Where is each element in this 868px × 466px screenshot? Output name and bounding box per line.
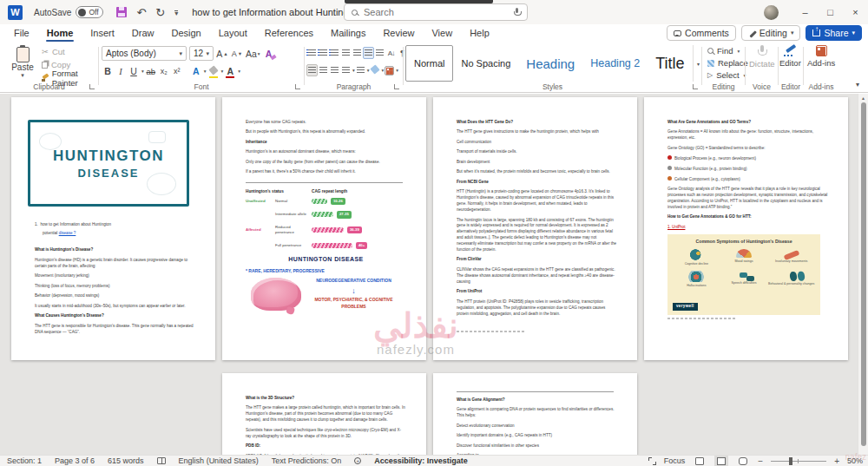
page-indicator[interactable]: Page 3 of 6 — [55, 456, 95, 465]
ribbon-tab[interactable]: Mailings — [322, 24, 374, 42]
font-dialog-launcher[interactable] — [295, 84, 300, 89]
style-item[interactable]: Heading 2 — [582, 45, 648, 82]
change-case-button[interactable]: Aa▾ — [246, 47, 260, 61]
autosave-control[interactable]: AutoSave Off — [34, 6, 103, 18]
paragraph-dialog-launcher[interactable] — [394, 84, 399, 89]
document-page-2[interactable]: Everyone has some CAG repeats.But in peo… — [222, 97, 426, 360]
replace-button[interactable]: Replace — [707, 57, 748, 69]
clipboard-dialog-launcher[interactable] — [89, 84, 95, 89]
editing-mode-button[interactable]: Editing ▾ — [741, 25, 801, 41]
numbering-button[interactable] — [318, 47, 329, 59]
focus-button[interactable]: Focus — [664, 456, 686, 465]
shrink-font-button[interactable]: A▼ — [231, 47, 243, 61]
paste-button[interactable]: Paste ▾ — [7, 45, 38, 87]
style-item[interactable]: Normal — [405, 45, 453, 82]
font-size-select[interactable]: 12 ▾ — [189, 46, 214, 61]
subscript-button[interactable]: x₂ — [158, 64, 170, 78]
styles-dialog-launcher[interactable] — [693, 84, 698, 89]
underline-dropdown[interactable]: ▾ — [141, 69, 144, 74]
select-button[interactable]: ▷Select▾ — [707, 69, 748, 81]
cut-button[interactable]: ✂ Cut — [42, 46, 98, 57]
zoom-percent[interactable]: 50% — [847, 456, 863, 465]
undo-button[interactable]: ↶ — [136, 6, 146, 19]
ribbon-tab[interactable]: References — [256, 24, 322, 42]
save-icon[interactable] — [116, 7, 127, 17]
ribbon-tab[interactable]: Design — [162, 24, 209, 42]
proofing-icon[interactable] — [157, 457, 166, 464]
disease-link[interactable]: disease ? — [59, 231, 76, 235]
vertical-scrollbar[interactable]: ▲ — [858, 94, 868, 455]
document-page-4[interactable]: What Are Gene Annotations and GO Terms?G… — [644, 97, 848, 360]
increase-indent-button[interactable] — [352, 47, 363, 59]
search-mic-icon[interactable] — [514, 8, 520, 17]
zoom-slider-thumb[interactable] — [789, 457, 792, 465]
bold-button[interactable]: B — [102, 64, 114, 78]
ribbon-tab[interactable]: Help — [461, 24, 498, 42]
align-center-button[interactable] — [318, 64, 329, 76]
customize-qat-icon[interactable]: ▾ — [174, 10, 178, 16]
ribbon-tab[interactable]: File — [5, 24, 38, 42]
document-page-3[interactable]: What Does the HTT Gene Do?The HTT gene g… — [433, 97, 637, 360]
italic-button[interactable]: I — [115, 64, 127, 78]
editor-button[interactable]: Editor — [779, 45, 801, 68]
print-layout-button[interactable] — [714, 456, 728, 466]
align-right-button[interactable] — [329, 64, 340, 76]
zoom-in-button[interactable]: + — [834, 456, 839, 466]
highlight-button[interactable] — [207, 64, 220, 78]
find-button[interactable]: Find▾ — [707, 45, 748, 56]
user-avatar[interactable] — [764, 5, 779, 20]
document-page-6[interactable]: What is Gene Alignment?Gene alignment is… — [433, 373, 637, 455]
ribbon-tab[interactable]: Layout — [210, 24, 256, 42]
text-effects-button[interactable]: A — [190, 64, 202, 78]
font-color-button[interactable]: A — [224, 64, 236, 78]
minimize-button[interactable]: – — [792, 0, 818, 24]
ribbon-tab[interactable]: Draw — [123, 24, 163, 42]
decrease-indent-button[interactable] — [340, 47, 352, 59]
clear-formatting-button[interactable]: A — [263, 47, 275, 61]
text-predictions[interactable]: Text Predictions: On — [272, 456, 342, 465]
word-count[interactable]: 615 words — [108, 456, 144, 465]
autosave-toggle[interactable]: Off — [76, 6, 103, 18]
addins-button[interactable]: Add-ins — [807, 45, 835, 68]
comments-button[interactable]: Comments — [667, 25, 736, 41]
document-page-5[interactable]: What is the 3D Structure?The HTT gene ma… — [222, 373, 426, 455]
document-page-1[interactable]: HUNTINGTON DISEASE 1. how to get Informa… — [11, 97, 215, 360]
scrollbar-thumb[interactable] — [861, 102, 866, 446]
dictate-button[interactable]: Dictate — [749, 45, 775, 69]
ribbon-tab[interactable]: Home — [38, 24, 82, 42]
collapse-ribbon-button[interactable]: ▾ — [856, 81, 859, 89]
superscript-button[interactable]: x² — [171, 64, 183, 78]
search-input[interactable] — [364, 7, 508, 17]
close-button[interactable]: × — [843, 0, 868, 24]
ribbon-tab[interactable]: Insert — [82, 24, 123, 42]
style-item[interactable]: No Spacing — [453, 45, 518, 82]
read-mode-button[interactable] — [693, 456, 707, 466]
scroll-up-arrow[interactable]: ▲ — [858, 94, 868, 102]
zoom-out-button[interactable]: − — [758, 456, 763, 466]
zoom-slider[interactable] — [771, 461, 826, 462]
multilevel-list-button[interactable] — [329, 47, 340, 59]
web-layout-button[interactable] — [736, 456, 750, 466]
sort-button[interactable]: A↓ — [385, 47, 397, 59]
grow-font-button[interactable]: A▲ — [216, 47, 228, 61]
section-indicator[interactable]: Section: 1 — [7, 456, 42, 465]
line-spacing-button[interactable] — [355, 64, 366, 76]
borders-button[interactable] — [384, 64, 395, 76]
accessibility-status[interactable]: Accessibility: Investigate — [374, 456, 468, 465]
justify-button[interactable] — [340, 64, 352, 76]
style-item[interactable]: Title — [648, 45, 692, 82]
ltr-direction-button[interactable] — [363, 47, 374, 59]
shading-button[interactable] — [370, 64, 381, 76]
bullets-button[interactable] — [306, 47, 318, 59]
style-item[interactable]: Heading — [518, 45, 582, 82]
rtl-direction-button[interactable] — [374, 47, 385, 59]
font-family-select[interactable]: Aptos (Body) ▾ — [102, 46, 187, 61]
maximize-button[interactable]: □ — [818, 0, 843, 24]
redo-button[interactable]: ↻ — [155, 6, 165, 19]
ribbon-tab[interactable]: View — [423, 24, 461, 42]
share-button[interactable]: Share ▾ — [806, 25, 862, 41]
language-indicator[interactable]: English (United States) — [179, 456, 259, 465]
underline-button[interactable]: U — [128, 64, 140, 78]
ribbon-tab[interactable]: Review — [374, 24, 423, 42]
align-left-button[interactable] — [306, 64, 318, 76]
